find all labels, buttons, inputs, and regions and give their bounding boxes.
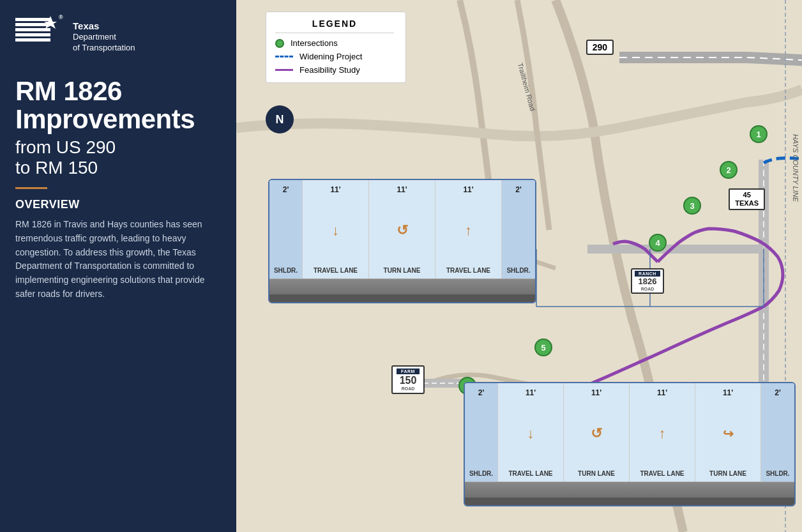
legend-feasibility-label: Feasibility Study [299,65,360,75]
cs-curb-bottom [465,498,794,505]
cs-lane-shldr-left: 2' SHLDR. [269,180,303,278]
fm150-top: FARM [397,369,420,374]
legend-title: LEGEND [275,19,394,33]
cs-lane-turn: 11' ↺ TURN LANE [369,180,435,278]
cs-bottom-inner: 2' SHLDR. 11' ↓ TRAVEL LANE 11' ↺ TURN L… [465,383,794,505]
cs-lane-shldr-right: 2' SHLDR. [502,180,535,278]
fm150-bottom: ROAD [397,386,420,391]
legend-box: LEGEND Intersections Widening Project Fe… [266,11,406,83]
cs-road-base-bottom [465,482,794,505]
cs-b-arrow-4: ↑ [659,425,666,442]
cs-b-lane-turn-left: 11' ↺ TURN LANE [564,383,630,482]
cs-b-width-4: 11' [657,388,667,397]
svg-rect-0 [15,18,50,21]
cs-b-width-2: 11' [526,388,536,397]
cs-top-lanes: 2' SHLDR. 11' ↓ TRAVEL LANE 11' ↺ TURN L… [269,180,535,279]
cs-bottom-lanes: 2' SHLDR. 11' ↓ TRAVEL LANE 11' ↺ TURN L… [465,383,794,482]
cs-b-label-4: TRAVEL LANE [640,470,684,478]
marker-5: 5 [534,338,552,356]
lane-arrow-2: ↓ [332,222,339,239]
fm150-number: 150 [397,374,420,386]
txdot-logo: ® Texas Department of Transportation [15,13,135,61]
title-line2: Improvements [15,105,221,133]
cross-section-bottom: 2' SHLDR. 11' ↓ TRAVEL LANE 11' ↺ TURN L… [464,382,796,506]
cs-b-label-6: SHLDR. [766,470,789,478]
rm1826-top: RANCH [635,271,660,277]
cs-lane-travel-left: 11' ↓ TRAVEL LANE [303,180,369,278]
svg-rect-4 [15,38,50,42]
legend-solid-icon [275,69,293,71]
subtitle-line2: to RM 150 [15,158,221,178]
cs-b-arrow-2: ↓ [527,425,534,442]
svg-rect-1 [15,23,50,26]
legend-intersections-label: Intersections [291,38,338,48]
cs-b-label-3: TURN LANE [578,470,615,478]
cs-b-label-2: TRAVEL LANE [508,470,552,478]
lane-width-1: 2' [283,185,289,194]
legend-intersections: Intersections [275,38,394,48]
lane-arrow-3: ↺ [397,222,408,239]
txdot-logo-svg: ® [15,13,66,61]
lane-label-5: SHLDR. [506,267,530,275]
hwy-45-sign: 45 TEXAS [729,188,765,210]
lane-width-5: 2' [515,185,522,194]
txdot-texas: Texas [73,20,135,33]
cs-top-inner: 2' SHLDR. 11' ↓ TRAVEL LANE 11' ↺ TURN L… [269,180,535,302]
hwy-45-label: 45 TEXAS [735,191,759,207]
marker-4: 4 [649,234,667,252]
rm1826-bottom: ROAD [635,287,660,291]
cs-b-label-5: TURN LANE [709,470,746,478]
lane-label-2: TRAVEL LANE [314,267,358,275]
cs-b-width-1: 2' [478,388,485,397]
overview-heading: OVERVIEW [15,198,221,211]
legend-dashed-icon [275,56,293,57]
subtitle-line1: from US 290 [15,137,221,158]
cs-curb-top [269,294,535,302]
hays-county-label: HAYS COUNTY LINE [792,134,799,202]
cs-b-label-1: SHLDR. [469,470,493,478]
right-panel: LEGEND Intersections Widening Project Fe… [236,0,802,532]
lane-arrow-4: ↑ [465,222,472,239]
title-line1: RM 1826 [15,77,221,105]
title-block: RM 1826 Improvements from US 290 to RM 1… [15,77,221,178]
overview-section: OVERVIEW RM 1826 in Travis and Hays coun… [15,198,221,301]
rm1826-number: 1826 [635,277,660,287]
cs-b-width-3: 11' [591,388,602,397]
cs-b-lane-shldr-left: 2' SHLDR. [465,383,498,482]
overview-text: RM 1826 in Travis and Hays counties has … [15,218,221,301]
cs-b-arrow-5: ↪ [723,426,734,441]
cs-b-width-6: 2' [775,388,781,397]
lane-label-1: SHLDR. [274,267,298,275]
txdot-dept: Department [73,32,135,43]
svg-rect-3 [15,33,50,36]
orange-divider [15,187,47,189]
north-letter: N [276,113,284,126]
cs-b-width-5: 11' [723,388,733,397]
txdot-of: of Transportation [73,43,135,54]
left-panel: ® Texas Department of Transportation RM … [0,0,236,532]
lane-width-2: 11' [330,185,340,194]
lane-label-3: TURN LANE [384,267,421,275]
lane-width-3: 11' [397,185,407,194]
svg-rect-2 [15,28,50,31]
cs-b-lane-travel-left: 11' ↓ TRAVEL LANE [498,383,564,482]
lane-width-4: 11' [463,185,473,194]
cs-b-lane-turn-right: 11' ↪ TURN LANE [695,383,761,482]
legend-widening-label: Widening Project [299,52,362,61]
marker-2: 2 [720,161,738,179]
marker-1: 1 [750,125,768,143]
logo-area: ® Texas Department of Transportation [15,13,221,61]
cs-road-base-top [269,279,535,302]
hwy-290-label: 290 [593,42,607,52]
lane-label-4: TRAVEL LANE [446,267,490,275]
fm150-sign: FARM 150 ROAD [391,365,425,394]
cs-b-lane-travel-right: 11' ↑ TRAVEL LANE [630,383,695,482]
cs-b-arrow-3: ↺ [591,425,602,442]
cs-b-lane-shldr-right: 2' SHLDR. [761,383,794,482]
legend-widening: Widening Project [275,52,394,61]
north-arrow: N [266,105,294,133]
hwy-290-sign: 290 [586,40,614,55]
legend-feasibility: Feasibility Study [275,65,394,75]
txdot-text: Texas Department of Transportation [73,20,135,54]
marker-3: 3 [683,197,701,215]
